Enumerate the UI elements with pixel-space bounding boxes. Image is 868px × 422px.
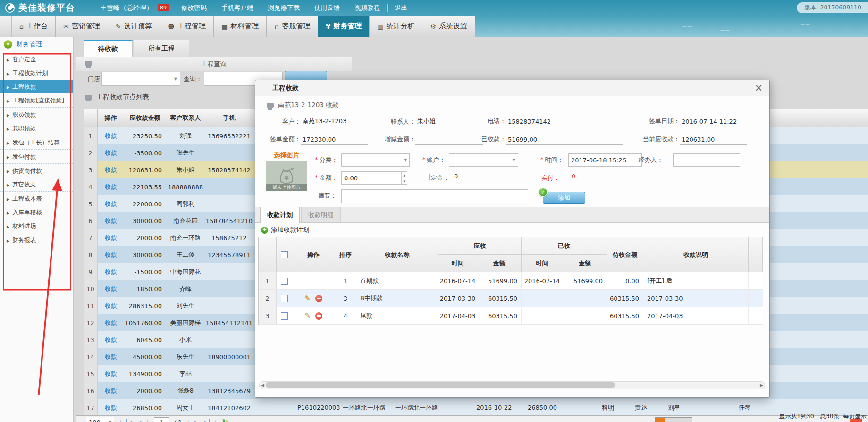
refresh-icon[interactable]: ↻ (222, 418, 228, 422)
summary-input[interactable] (341, 189, 528, 203)
collect-link[interactable]: 收款 (98, 195, 124, 212)
contact-cell: 朱小姐 (166, 161, 205, 178)
sidebar-item-project-collection[interactable]: 工程收款 (0, 80, 73, 93)
dialog-header[interactable]: 工程收款 (255, 80, 769, 96)
handler-input[interactable] (673, 153, 740, 167)
delete-icon[interactable] (315, 295, 322, 302)
notification-badge[interactable]: 89 (158, 4, 169, 11)
collect-link[interactable]: 收款 (98, 212, 124, 229)
prev-page-icon[interactable]: ◀ (137, 419, 141, 422)
contact-cell: 188888888 (166, 178, 205, 195)
add-button[interactable]: ✓ 添加 (543, 192, 585, 204)
tab-collection-detail[interactable]: 收款明细 (301, 207, 341, 222)
choose-image-button[interactable]: 选择图片 (266, 151, 307, 160)
link-logout[interactable]: 退出 (387, 4, 414, 12)
tab-all-projects[interactable]: 所有工程 (134, 40, 189, 58)
nav-tab-design-budget[interactable]: ✎设计预算 (108, 16, 160, 37)
link-browser-download[interactable]: 浏览器下载 (261, 4, 307, 12)
sidebar-item-warehouse-audit[interactable]: 入库单稽核 (0, 205, 73, 219)
sidebar-item-other-income-expense[interactable]: 其它收支 (0, 177, 73, 191)
check-icon: ✓ (539, 188, 548, 197)
row-actions: ✎ (292, 290, 335, 307)
select-all-checkbox[interactable] (281, 251, 288, 258)
row-checkbox[interactable] (281, 295, 288, 302)
page-input[interactable]: 1 (154, 417, 169, 422)
sidebar-item-staff-withdraw[interactable]: 职员领款 (0, 107, 73, 121)
sidebar-item-finance-report[interactable]: 财务报表 (0, 233, 73, 247)
nav-tab-statistics[interactable]: ▥统计分析 (370, 16, 422, 37)
floating-widget[interactable] (655, 417, 692, 422)
scroll-left-icon[interactable]: ◀ (261, 382, 264, 388)
collect-link[interactable]: 收款 (98, 178, 124, 195)
link-feedback[interactable]: 使用反馈 (307, 4, 347, 12)
collect-link[interactable]: 收款 (98, 331, 124, 348)
row-number: 1 (259, 272, 277, 289)
sidebar-item-material-entry[interactable]: 材料进场 (0, 219, 73, 233)
first-page-icon[interactable]: ◀ (126, 419, 132, 422)
sidebar-item-supplier-payment[interactable]: 供货商付款 (0, 163, 73, 177)
nav-tab-customer-service[interactable]: ∩客服管理 (267, 16, 318, 37)
scroll-right-icon[interactable]: ▶ (760, 382, 763, 388)
collect-link[interactable]: 收款 (98, 297, 124, 314)
collect-link[interactable]: 收款 (98, 229, 124, 246)
nav-tab-finance[interactable]: ¥财务管理 (318, 16, 370, 37)
link-mobile-client[interactable]: 手机客户端 (214, 4, 261, 12)
collect-link[interactable]: 收款 (98, 280, 124, 297)
scrollbar-thumb[interactable] (266, 382, 615, 388)
nav-tab-marketing[interactable]: ✉营销管理 (56, 16, 108, 37)
store-select[interactable]: ▼ (101, 72, 180, 86)
link-video-tutorial[interactable]: 视频教程 (347, 4, 387, 12)
collect-link[interactable]: 收款 (98, 246, 124, 263)
collect-link[interactable]: 收款 (98, 314, 124, 331)
nav-tab-material[interactable]: ▦材料管理 (214, 16, 267, 37)
collect-link[interactable]: 收款 (98, 161, 124, 178)
sidebar-item-project-cost[interactable]: 工程成本表 (0, 191, 73, 205)
sidebar-item-customer-deposit[interactable]: 客户定金 (0, 52, 73, 66)
collect-link[interactable]: 收款 (98, 365, 124, 382)
sidebar-item-contract-payment[interactable]: 发包付款 (0, 149, 73, 163)
nav-tab-workbench[interactable]: ⌂工作台 (12, 16, 56, 37)
sidebar-item-contract-settlement[interactable]: 发包（工长）结算 (0, 135, 73, 149)
category-select[interactable]: ▼ (341, 153, 410, 167)
close-icon[interactable]: × (754, 82, 763, 93)
deposit-checkbox[interactable] (423, 174, 430, 180)
row-number: 16 (84, 382, 98, 399)
next-page-icon[interactable]: ▶ (194, 419, 198, 422)
floating-widget-red[interactable] (850, 419, 862, 422)
tab-collection-plan[interactable]: 收款计划 (260, 207, 300, 223)
sidebar-item-collection-plan[interactable]: 工程收款计划 (0, 66, 73, 80)
collect-link[interactable]: 收款 (98, 399, 124, 416)
collect-link[interactable]: 收款 (98, 263, 124, 280)
collect-link[interactable]: 收款 (98, 127, 124, 144)
tab-pending-collection[interactable]: 待收款 (84, 40, 133, 59)
sidebar-item-parttime-withdraw[interactable]: 兼职领款 (0, 121, 73, 135)
add-plan-link[interactable]: + 添加收款计划 (261, 226, 309, 234)
sidebar-header[interactable]: ▼ 财务管理 (0, 37, 73, 52)
page-size-select[interactable]: 100▼ (86, 417, 114, 422)
collect-link[interactable]: 收款 (98, 348, 124, 365)
sidebar-item-project-withdraw[interactable]: 工程领款[直接领款] (0, 93, 73, 107)
image-placeholder[interactable]: ¥ 暂未上传图片 (266, 161, 307, 191)
phone-cell (205, 195, 253, 212)
spinner-arrows[interactable]: ▲▼ (401, 172, 407, 184)
row-checkbox[interactable] (281, 312, 288, 320)
nav-tab-settings[interactable]: ⚙系统设置 (422, 16, 475, 37)
nav-tab-project[interactable]: ☻工程管理 (160, 16, 214, 37)
query-panel-title: 工程查询 (76, 60, 352, 68)
field-value (415, 143, 483, 145)
row-checkbox[interactable] (281, 278, 288, 285)
last-page-icon[interactable]: ▶ (203, 419, 209, 422)
account-select[interactable]: ▼ (449, 153, 518, 167)
delete-icon[interactable] (315, 312, 322, 320)
edit-icon[interactable]: ✎ (304, 312, 311, 320)
contact-cell: 齐峰 (166, 280, 205, 297)
collect-link[interactable]: 收款 (98, 382, 124, 399)
link-change-password[interactable]: 修改密码 (174, 4, 214, 12)
amount-stepper[interactable]: 0.00▲▼ (341, 171, 407, 185)
time-input[interactable]: 2017-06-18 15:25 (568, 153, 642, 167)
edit-icon[interactable]: ✎ (304, 294, 311, 303)
phone-cell: 158625212 (205, 229, 253, 246)
summary-label: 摘要： (318, 192, 337, 200)
collect-link[interactable]: 收款 (98, 144, 124, 161)
horizontal-scrollbar[interactable]: ◀ ▶ (259, 381, 765, 389)
